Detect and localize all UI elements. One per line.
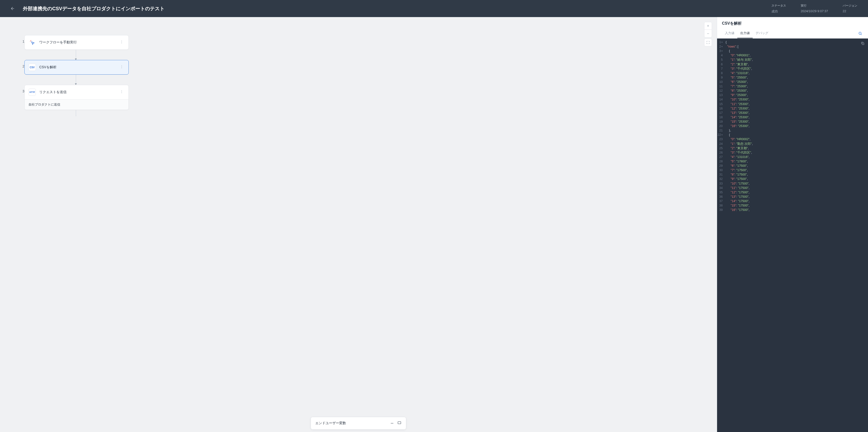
svg-point-0 (121, 40, 122, 41)
code-line: "12": "17500", (725, 190, 868, 194)
svg-point-8 (121, 93, 122, 93)
code-line: "2": "東京都", (725, 62, 868, 67)
line-number: 32 (717, 177, 723, 181)
fit-view-button[interactable] (704, 38, 712, 46)
line-number: 7 (717, 67, 723, 71)
code-line: "12": "25300", (725, 106, 868, 111)
minimize-icon[interactable] (390, 421, 394, 426)
code-line: "15": "17500", (725, 203, 868, 208)
csv-icon: CSV (29, 64, 36, 71)
line-number: 12 (717, 89, 723, 93)
side-panel: CSVを解析 入力値 出力値 デバッグ 1 ▾2 ▾3 ▾4 5 6 7 8 9… (717, 17, 868, 432)
node-number: 2 (19, 60, 24, 68)
line-number: 8 (717, 71, 723, 75)
node-label: CSVを解析 (39, 65, 115, 69)
back-button[interactable] (10, 6, 16, 11)
svg-point-5 (121, 68, 122, 68)
side-panel-title: CSVを解析 (717, 17, 868, 29)
line-number: 36 (717, 194, 723, 199)
zoom-in-button[interactable] (704, 22, 712, 30)
line-number: 39 (717, 208, 723, 212)
code-line: { (725, 133, 868, 137)
status-value: 成功 (771, 9, 786, 14)
line-number: 28 (717, 159, 723, 163)
line-number: 22 ▾ (717, 133, 723, 137)
node-menu-icon[interactable] (119, 90, 125, 95)
expand-icon[interactable] (397, 421, 402, 426)
zoom-out-button[interactable] (704, 30, 712, 37)
code-line: "8": "17500", (725, 172, 868, 177)
node-number: 3 (19, 85, 24, 93)
node-card[interactable]: HTTPリクエストを送信自社プロダクトに送信 (24, 85, 129, 110)
line-number: 33 (717, 181, 723, 186)
copy-icon[interactable] (861, 41, 865, 47)
svg-point-7 (121, 91, 122, 92)
code-line: "1": "給与 太郎", (725, 58, 868, 62)
line-number: 10 (717, 80, 723, 84)
end-user-vars-title: エンドユーザー変数 (315, 421, 387, 425)
node-menu-icon[interactable] (119, 65, 125, 70)
node-label: リクエストを送信 (39, 90, 115, 94)
code-line: "1": "勤怠 次郎", (725, 142, 868, 146)
header: 外部連携先のCSVデータを自社プロダクトにインポートのテスト ステータス 成功 … (0, 0, 868, 17)
line-number: 37 (717, 199, 723, 203)
code-line: "10": "17500", (725, 181, 868, 186)
code-line: "rows": [ (725, 44, 868, 49)
tab-output[interactable]: 出力値 (737, 29, 753, 38)
line-number: 23 (717, 137, 723, 142)
node-card[interactable]: ワークフローを手動実行 (24, 35, 129, 50)
code-line: "6": "25300", (725, 80, 868, 84)
status-label: ステータス (771, 4, 786, 8)
code-line: "7": "25300", (725, 84, 868, 89)
line-number: 1 ▾ (717, 40, 723, 44)
code-line: "15": "25300", (725, 120, 868, 124)
tab-debug[interactable]: デバッグ (753, 29, 771, 38)
line-number: 21 (717, 128, 723, 133)
tab-input[interactable]: 入力値 (722, 29, 737, 38)
code-line: "3": "千代田区", (725, 67, 868, 71)
line-number: 26 (717, 150, 723, 155)
code-line: "4": "131016", (725, 71, 868, 75)
end-user-vars-panel[interactable]: エンドユーザー変数 (311, 417, 406, 430)
line-number: 24 (717, 142, 723, 146)
code-line: "0": "HR0001", (725, 53, 868, 58)
code-line: "4": "131016", (725, 155, 868, 159)
svg-rect-11 (862, 43, 864, 44)
workflow-node[interactable]: 2CSVCSVを解析 (19, 60, 129, 74)
workflow-canvas[interactable]: 1ワークフローを手動実行2CSVCSVを解析3HTTPリクエストを送信自社プロダ… (0, 17, 717, 432)
code-line: "6": "17500", (725, 163, 868, 168)
line-number: 27 (717, 155, 723, 159)
workflow-node[interactable]: 3HTTPリクエストを送信自社プロダクトに送信 (19, 85, 129, 110)
line-number: 25 (717, 146, 723, 150)
code-line: "13": "25300", (725, 111, 868, 115)
code-viewer[interactable]: 1 ▾2 ▾3 ▾4 5 6 7 8 9 10 11 12 13 14 15 1… (717, 38, 868, 432)
code-line: "5": "17800", (725, 159, 868, 163)
version-value: 22 (843, 9, 857, 13)
version-label: バージョン (843, 4, 857, 8)
code-line: { (725, 49, 868, 53)
code-line: "14": "17500", (725, 199, 868, 203)
node-card[interactable]: CSVCSVを解析 (24, 60, 129, 74)
code-line: "13": "17500", (725, 194, 868, 199)
search-icon[interactable] (857, 29, 863, 38)
code-line: "2": "東京都", (725, 146, 868, 150)
node-number: 1 (19, 35, 24, 43)
line-number: 19 (717, 120, 723, 124)
code-line: "9": "25300", (725, 93, 868, 97)
connector (24, 74, 127, 85)
node-label: ワークフローを手動実行 (39, 40, 115, 44)
line-number: 5 (717, 58, 723, 62)
code-line: "8": "25300", (725, 89, 868, 93)
svg-point-6 (121, 90, 122, 91)
svg-point-2 (121, 43, 122, 43)
http-icon: HTTP (29, 89, 36, 96)
svg-point-1 (121, 42, 122, 42)
workflow-node[interactable]: 1ワークフローを手動実行 (19, 35, 129, 50)
svg-rect-9 (398, 422, 401, 424)
node-menu-icon[interactable] (119, 40, 125, 45)
line-number: 31 (717, 172, 723, 177)
exec-value: 2024/10/29 9:07:37 (801, 9, 828, 13)
line-number: 17 (717, 111, 723, 115)
line-number: 6 (717, 62, 723, 67)
page-title: 外部連携先のCSVデータを自社プロダクトにインポートのテスト (23, 5, 771, 12)
